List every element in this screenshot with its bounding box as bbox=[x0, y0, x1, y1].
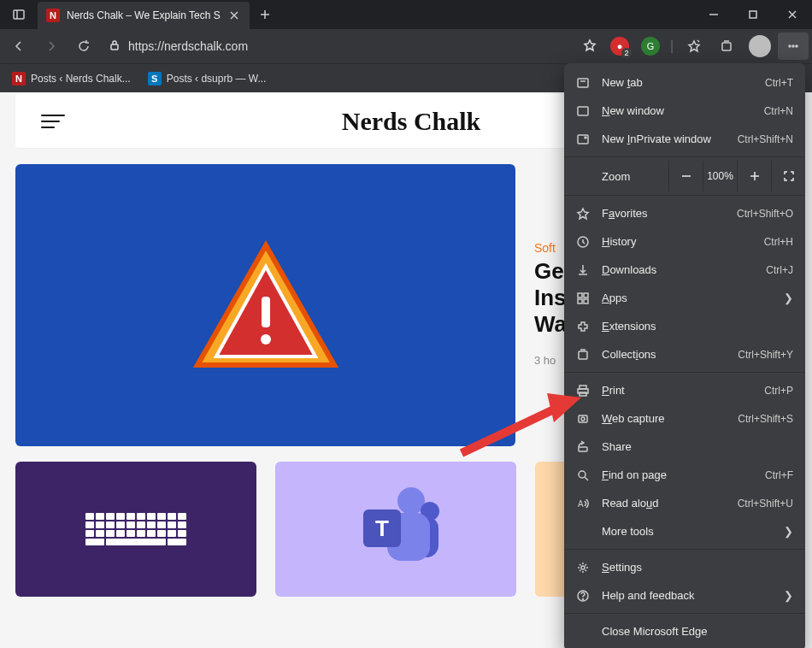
card-thumbnail[interactable] bbox=[15, 462, 256, 597]
address-bar[interactable]: https://nerdschalk.com bbox=[101, 33, 603, 59]
card-thumbnail[interactable]: T bbox=[275, 462, 516, 597]
share-icon bbox=[576, 440, 590, 454]
settings-menu-button[interactable] bbox=[778, 32, 809, 60]
bookmark-favicon: S bbox=[148, 72, 162, 85]
profile-avatar[interactable] bbox=[749, 35, 771, 57]
star-icon bbox=[576, 207, 590, 221]
warning-triangle-icon bbox=[189, 237, 343, 374]
menu-share[interactable]: Share bbox=[564, 433, 805, 461]
favorites-hub-button[interactable] bbox=[679, 32, 709, 60]
menu-apps[interactable]: Apps ❯ bbox=[564, 284, 805, 312]
svg-rect-14 bbox=[722, 43, 731, 50]
menu-zoom: Zoom 100% bbox=[564, 161, 805, 191]
chevron-right-icon: ❯ bbox=[784, 525, 793, 538]
svg-rect-31 bbox=[578, 107, 588, 115]
apps-icon bbox=[576, 292, 590, 305]
svg-point-51 bbox=[581, 417, 585, 421]
zoom-in-button[interactable] bbox=[737, 161, 771, 191]
collections-button[interactable] bbox=[711, 32, 742, 60]
svg-marker-12 bbox=[689, 41, 699, 51]
menu-separator bbox=[564, 156, 805, 157]
bookmark-item[interactable]: S Posts ‹ dsuprb — W... bbox=[141, 68, 274, 89]
menu-find[interactable]: Find on page Ctrl+F bbox=[564, 461, 805, 489]
zoom-level: 100% bbox=[703, 161, 737, 191]
close-tab-button[interactable] bbox=[227, 9, 241, 22]
download-icon bbox=[576, 263, 590, 277]
title-bar: N Nerds Chalk – We Explain Tech S bbox=[0, 0, 812, 29]
hero-image[interactable] bbox=[15, 164, 515, 446]
svg-rect-10 bbox=[111, 44, 118, 50]
extension-badge-green[interactable]: G bbox=[641, 37, 660, 56]
menu-downloads[interactable]: Downloads Ctrl+J bbox=[564, 256, 805, 284]
extension-count-badge: 2 bbox=[621, 48, 632, 58]
zoom-out-button[interactable] bbox=[668, 161, 703, 191]
menu-separator bbox=[564, 195, 805, 196]
svg-rect-43 bbox=[578, 299, 582, 303]
menu-history[interactable]: History Ctrl+H bbox=[564, 227, 805, 256]
menu-inprivate[interactable]: New InPrivate window Ctrl+Shift+N bbox=[564, 125, 805, 153]
menu-print[interactable]: Print Ctrl+P bbox=[564, 376, 805, 404]
history-icon bbox=[576, 235, 590, 249]
collections-icon bbox=[576, 348, 590, 362]
bookmark-label: Posts ‹ dsuprb — W... bbox=[167, 73, 267, 85]
tab-favicon: N bbox=[46, 9, 60, 22]
extension-badge-red[interactable]: ●2 bbox=[610, 37, 629, 56]
browser-tab[interactable]: N Nerds Chalk – We Explain Tech S bbox=[38, 2, 250, 29]
fullscreen-button[interactable] bbox=[771, 161, 805, 191]
chevron-right-icon: ❯ bbox=[784, 292, 793, 304]
gear-icon bbox=[576, 561, 590, 574]
svg-text:T: T bbox=[375, 515, 389, 541]
svg-rect-49 bbox=[580, 392, 586, 396]
menu-new-tab[interactable]: New tab Ctrl+T bbox=[564, 68, 805, 97]
menu-more-tools[interactable]: More tools ❯ bbox=[564, 517, 805, 545]
svg-rect-7 bbox=[750, 11, 756, 18]
window-icon bbox=[576, 104, 590, 118]
site-info-icon[interactable] bbox=[108, 38, 121, 55]
svg-point-56 bbox=[581, 566, 585, 569]
menu-collections[interactable]: Collections Ctrl+Shift+Y bbox=[564, 340, 805, 368]
menu-new-window[interactable]: New window Ctrl+N bbox=[564, 97, 805, 125]
back-button[interactable] bbox=[3, 32, 34, 60]
forward-button[interactable] bbox=[36, 32, 67, 60]
menu-extensions[interactable]: Extensions bbox=[564, 312, 805, 340]
svg-point-17 bbox=[792, 45, 794, 47]
toolbar: https://nerdschalk.com ●2 G | bbox=[0, 29, 812, 63]
new-tab-icon bbox=[576, 76, 590, 90]
svg-rect-45 bbox=[579, 351, 587, 359]
toolbar-divider: | bbox=[667, 32, 677, 60]
minimize-button[interactable] bbox=[694, 0, 733, 29]
extensions-icon bbox=[576, 320, 590, 333]
favorite-star-icon[interactable] bbox=[583, 38, 597, 55]
zoom-label: Zoom bbox=[564, 170, 668, 183]
tab-title: Nerds Chalk – We Explain Tech S bbox=[67, 9, 221, 21]
maximize-button[interactable] bbox=[733, 0, 773, 29]
menu-favorites[interactable]: Favorites Ctrl+Shift+O bbox=[564, 199, 805, 227]
new-tab-button[interactable] bbox=[253, 3, 277, 27]
svg-point-58 bbox=[583, 598, 584, 599]
hamburger-menu-button[interactable] bbox=[41, 115, 65, 128]
capture-icon bbox=[576, 412, 590, 426]
svg-rect-42 bbox=[584, 293, 588, 297]
svg-line-54 bbox=[585, 477, 588, 480]
menu-help[interactable]: Help and feedback ❯ bbox=[564, 581, 805, 610]
menu-settings[interactable]: Settings bbox=[564, 553, 805, 581]
url-text: https://nerdschalk.com bbox=[128, 39, 576, 53]
menu-read-aloud[interactable]: A Read aloud Ctrl+Shift+U bbox=[564, 489, 805, 517]
print-icon bbox=[576, 384, 590, 398]
bookmark-item[interactable]: N Posts ‹ Nerds Chalk... bbox=[5, 68, 138, 89]
svg-rect-44 bbox=[584, 299, 588, 303]
tab-actions-button[interactable] bbox=[0, 0, 38, 29]
svg-rect-52 bbox=[579, 447, 587, 451]
svg-marker-11 bbox=[585, 40, 595, 50]
read-aloud-icon: A bbox=[576, 497, 590, 510]
close-window-button[interactable] bbox=[773, 0, 812, 29]
bookmark-favicon: N bbox=[12, 72, 26, 85]
teams-icon: T bbox=[344, 482, 447, 576]
menu-separator bbox=[564, 372, 805, 373]
menu-close-edge[interactable]: Close Microsoft Edge bbox=[564, 617, 805, 645]
svg-rect-50 bbox=[579, 415, 587, 422]
menu-separator bbox=[564, 549, 805, 550]
refresh-button[interactable] bbox=[68, 32, 99, 60]
menu-web-capture[interactable]: Web capture Ctrl+Shift+S bbox=[564, 404, 805, 433]
svg-rect-41 bbox=[578, 293, 582, 297]
